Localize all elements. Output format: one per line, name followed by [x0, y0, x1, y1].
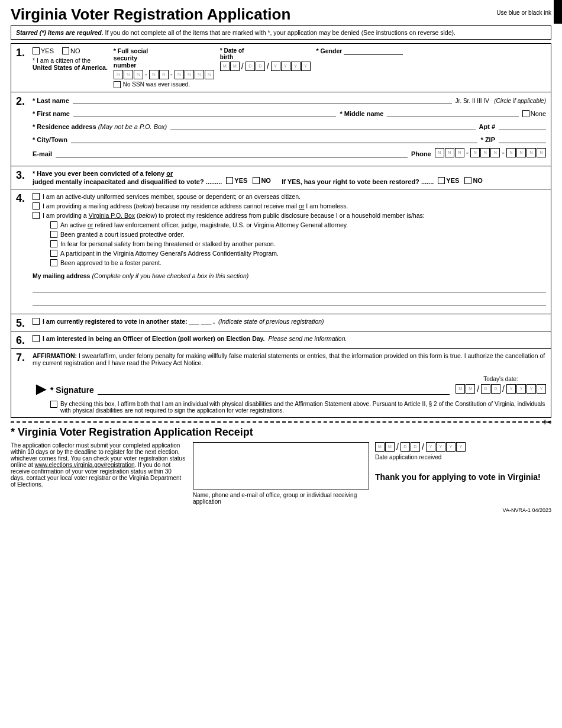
td-m2[interactable]: M	[466, 384, 475, 394]
yes-checkbox[interactable]	[33, 47, 40, 54]
felony-no-group[interactable]: NO	[253, 177, 271, 184]
ssn-n2[interactable]: N	[124, 70, 133, 79]
sec4-cb3[interactable]	[33, 212, 40, 219]
no-checkbox[interactable]	[62, 47, 69, 54]
sec4-sub-cb3[interactable]	[50, 240, 57, 247]
sec4-sub-cb4[interactable]	[50, 250, 57, 257]
none-checkbox[interactable]	[522, 110, 529, 117]
email-field[interactable]	[56, 149, 408, 157]
dob-d2[interactable]: D	[256, 62, 265, 71]
ph3[interactable]: N	[455, 148, 464, 157]
restored-yes-group[interactable]: YES	[438, 177, 459, 184]
sec4-sub-cb2[interactable]	[50, 231, 57, 238]
disability-checkbox[interactable]	[50, 401, 57, 408]
sec4-sub-cb5[interactable]	[50, 259, 57, 266]
receipt-title: * Virginia Voter Registration Applicatio…	[11, 426, 551, 439]
none-label: None	[531, 110, 546, 117]
sec4-sub-cb1[interactable]	[50, 221, 57, 228]
mailing-line-1[interactable]	[33, 284, 546, 292]
dob-y1[interactable]: Y	[271, 62, 280, 71]
no-checkbox-group[interactable]: NO	[62, 47, 80, 54]
dob-m1[interactable]: M	[220, 62, 230, 71]
ssn-n7[interactable]: N	[185, 70, 194, 79]
section-1: 1. YES NO	[11, 44, 551, 92]
sec4-cb2[interactable]	[33, 202, 40, 210]
page-title: Virginia Voter Registration Application	[11, 6, 290, 23]
ssn-n5[interactable]: N	[159, 70, 169, 79]
ink-note: Use blue or black ink	[496, 9, 551, 16]
sec4-item-1: I am an active-duty uniformed services m…	[33, 193, 546, 200]
td-d2[interactable]: D	[491, 384, 500, 394]
mailing-label: My mailing address	[33, 272, 90, 279]
ssn-n6[interactable]: N	[175, 70, 184, 79]
no-ssn-checkbox[interactable]	[114, 81, 121, 88]
restored-no-group[interactable]: NO	[464, 177, 483, 184]
felony-yes-label: YES	[234, 177, 247, 184]
gender-field[interactable]	[344, 47, 403, 55]
mailing-note: (Complete only if you have checked a box…	[92, 272, 248, 279]
ph1[interactable]: N	[435, 148, 444, 157]
td-d1[interactable]: D	[481, 384, 490, 394]
receipt-col-1: The application collector must submit yo…	[11, 442, 187, 505]
dob-m2[interactable]: M	[230, 62, 240, 71]
td-m1[interactable]: M	[456, 384, 465, 394]
ssn-n4[interactable]: N	[149, 70, 159, 79]
sec5-checkbox[interactable]	[33, 318, 40, 325]
dob-d1[interactable]: D	[246, 62, 255, 71]
td-y1[interactable]: Y	[506, 384, 516, 394]
sec4-cb1[interactable]	[33, 193, 40, 200]
ph6[interactable]: N	[490, 148, 500, 157]
ph7[interactable]: N	[506, 148, 516, 157]
rd-y2[interactable]: Y	[436, 442, 445, 452]
ph10[interactable]: N	[537, 148, 546, 157]
ph9[interactable]: N	[527, 148, 536, 157]
dob-y4[interactable]: Y	[301, 62, 311, 71]
ph2[interactable]: N	[445, 148, 454, 157]
today-date-boxes: M M / D D / Y Y Y Y	[456, 384, 546, 394]
ssn-n3[interactable]: N	[134, 70, 143, 79]
felony-no-checkbox[interactable]	[253, 177, 260, 184]
yes-checkbox-group[interactable]: YES	[33, 47, 54, 54]
ph4[interactable]: N	[470, 148, 480, 157]
ssn-n9[interactable]: N	[205, 70, 214, 79]
rd-y3[interactable]: Y	[446, 442, 456, 452]
rd-d1[interactable]: D	[400, 442, 410, 452]
zip-field[interactable]	[499, 135, 546, 143]
sec4-item-3-text: I am providing a Virginia P.O. Box (belo…	[43, 212, 425, 219]
sec6-note: Please send me information.	[268, 335, 347, 342]
rd-m2[interactable]: M	[385, 442, 395, 452]
rd-y4[interactable]: Y	[456, 442, 466, 452]
dob-y2[interactable]: Y	[281, 62, 290, 71]
td-y2[interactable]: Y	[516, 384, 526, 394]
residence-field[interactable]	[170, 122, 475, 130]
ph5[interactable]: N	[480, 148, 490, 157]
felony-yes-group[interactable]: YES	[226, 177, 247, 184]
ssn-n8[interactable]: N	[195, 70, 204, 79]
last-name-field[interactable]	[73, 96, 452, 104]
td-y4[interactable]: Y	[537, 384, 546, 394]
ssn-label: * Full socialsecuritynumber	[114, 47, 214, 69]
signature-line[interactable]	[98, 386, 450, 395]
td-y3[interactable]: Y	[527, 384, 536, 394]
none-box[interactable]: None	[522, 110, 546, 117]
mailing-line-2[interactable]	[33, 297, 546, 305]
rd-d2[interactable]: D	[411, 442, 420, 452]
middle-name-field[interactable]	[387, 109, 518, 117]
apt-field[interactable]	[499, 122, 546, 130]
city-field[interactable]	[71, 135, 477, 143]
restored-no-checkbox[interactable]	[464, 177, 471, 184]
sec4-item-1-text: I am an active-duty uniformed services m…	[43, 193, 301, 200]
receipt-box	[193, 442, 369, 489]
restored-yes-checkbox[interactable]	[438, 177, 445, 184]
dob-y3[interactable]: Y	[291, 62, 301, 71]
ph8[interactable]: N	[516, 148, 526, 157]
section-1-number: 1.	[16, 47, 25, 59]
first-name-field[interactable]	[73, 109, 337, 117]
felony-row: * Have you ever been convicted of a felo…	[33, 170, 546, 185]
sec4-item-2: I am providing a mailing address (below)…	[33, 202, 546, 210]
rd-m1[interactable]: M	[375, 442, 385, 452]
felony-yes-checkbox[interactable]	[226, 177, 233, 184]
rd-y1[interactable]: Y	[426, 442, 435, 452]
ssn-n1[interactable]: N	[114, 70, 123, 79]
sec6-checkbox[interactable]	[33, 335, 40, 342]
